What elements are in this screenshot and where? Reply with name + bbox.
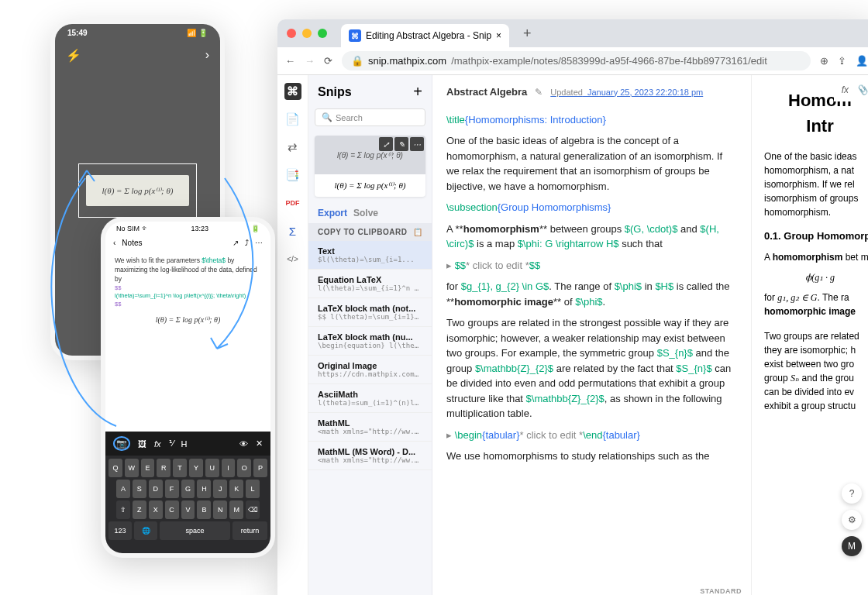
attach-toolbar-icon[interactable]: 📎 xyxy=(856,84,868,95)
fx-icon[interactable]: fx xyxy=(154,439,161,449)
snip-expand-icon[interactable]: ⤢ xyxy=(379,137,393,151)
nav-forward-icon[interactable]: → xyxy=(305,55,315,67)
key-p[interactable]: P xyxy=(253,459,267,477)
close-icon[interactable]: ✕ xyxy=(256,439,263,449)
key-u[interactable]: U xyxy=(205,459,219,477)
copy-item[interactable]: LaTeX block math (not...$$ l(\theta)=\su… xyxy=(308,298,432,327)
sidebar-flow-icon[interactable]: ⇄ xyxy=(284,139,301,156)
copy-item[interactable]: LaTeX block math (nu...\begin{equation} … xyxy=(308,327,432,356)
key-d[interactable]: D xyxy=(149,480,163,498)
src-click-edit-1[interactable]: ▸ $$* click to edit *$$ xyxy=(446,258,737,273)
browser-tab[interactable]: ⌘ Editing Abstract Algebra - Snip × xyxy=(341,24,509,47)
reload-icon[interactable]: ⟳ xyxy=(324,55,332,67)
lock-icon: 🔒 xyxy=(351,55,363,67)
camera-icon[interactable]: 📷 xyxy=(113,436,130,451)
key-v[interactable]: V xyxy=(181,500,195,519)
tab-close-icon[interactable]: × xyxy=(496,30,501,41)
profile-icon[interactable]: 👤 xyxy=(856,55,868,67)
key-a[interactable]: A xyxy=(116,480,130,498)
keyboard[interactable]: QWERTYUIOP ASDFGHJKL ⇧ZXCVBNM⌫ 123🌐space… xyxy=(105,456,270,553)
share-icon[interactable]: ↗ xyxy=(232,239,239,247)
eye-icon[interactable]: 👁 xyxy=(239,439,248,449)
key-y[interactable]: Y xyxy=(189,459,203,477)
forward-icon[interactable]: › xyxy=(205,48,209,63)
sidebar-page-icon[interactable]: 📑 xyxy=(284,167,301,184)
copy-item[interactable]: Original Imagehttps://cdn.mathpix.com/s.… xyxy=(308,356,432,384)
sidebar-pdf-icon[interactable]: PDF xyxy=(284,194,301,212)
key-n[interactable]: N xyxy=(213,500,227,519)
settings-button[interactable]: ⚙ xyxy=(842,510,862,530)
snip-preview-card[interactable]: l(θ) = Σ log p(x⁽ⁱ⁾; θ) ⤢ ✎ ⋯ l(θ) = Σ l… xyxy=(315,136,425,197)
solve-tab[interactable]: Solve xyxy=(353,208,378,218)
traffic-light-close[interactable] xyxy=(287,29,296,38)
phone2-editor-body[interactable]: We wish to fit the parameters $\theta$ b… xyxy=(105,250,270,338)
app-logo-icon[interactable]: ⌘ xyxy=(284,83,301,100)
copy-item[interactable]: Equation LaTeXl(\theta)=\sum_{i=1}^n \lo… xyxy=(308,270,432,298)
share-icon[interactable]: ⇪ xyxy=(838,55,846,67)
snip-edit-icon[interactable]: ✎ xyxy=(394,137,408,151)
copy-item[interactable]: Text$l(\theta)=\sum_{i=1... xyxy=(308,241,432,270)
export-tab[interactable]: Export xyxy=(318,208,347,218)
copy-item[interactable]: MathML<math xmlns="http://ww... xyxy=(308,413,432,442)
key-⇧[interactable]: ⇧ xyxy=(116,500,130,519)
key-w[interactable]: W xyxy=(125,459,139,477)
key-k[interactable]: K xyxy=(229,480,243,498)
url-field[interactable]: 🔒 snip.mathpix.com/mathpix-example/notes… xyxy=(342,51,811,71)
key-row-1: QWERTYUIOP xyxy=(108,459,267,477)
floating-actions: ? ⚙ M xyxy=(842,483,862,556)
key-🌐[interactable]: 🌐 xyxy=(134,521,157,540)
fraction-icon[interactable]: ⅟ xyxy=(169,439,174,449)
key-h[interactable]: H xyxy=(197,480,211,498)
key-i[interactable]: I xyxy=(222,459,236,477)
help-button[interactable]: ? xyxy=(842,483,862,504)
src-click-edit-2[interactable]: ▸ \begin{tabular}* click to edit *\end{t… xyxy=(446,428,737,443)
key-x[interactable]: X xyxy=(149,500,163,519)
key-b[interactable]: B xyxy=(197,500,211,519)
key-t[interactable]: T xyxy=(173,459,187,477)
sidebar-doc-icon[interactable]: 📄 xyxy=(284,111,301,128)
upload-icon[interactable]: ⤴ xyxy=(245,239,249,247)
key-r[interactable]: R xyxy=(157,459,170,477)
key-q[interactable]: Q xyxy=(108,459,122,477)
heading-icon[interactable]: H xyxy=(181,439,188,449)
traffic-light-minimize[interactable] xyxy=(302,29,312,38)
snip-rendered-preview: l(θ) = Σ log p(x⁽ⁱ⁾; θ) xyxy=(315,174,425,197)
nav-back-icon[interactable]: ← xyxy=(285,55,295,67)
copy-item[interactable]: AsciiMathl(theta)=sum_(i=1)^(n)log ... xyxy=(308,384,432,413)
key-c[interactable]: C xyxy=(165,500,179,519)
key-f[interactable]: F xyxy=(165,480,179,498)
add-snip-icon[interactable]: + xyxy=(413,83,422,101)
more-icon[interactable]: ⋯ xyxy=(255,239,263,247)
key-e[interactable]: E xyxy=(141,459,155,477)
m-button[interactable]: M xyxy=(842,536,862,556)
left-icon-bar: ⌘ 📄 ⇄ 📑 PDF Σ </> xyxy=(277,75,308,595)
flash-icon[interactable]: ⚡ xyxy=(66,48,81,63)
doc-updated[interactable]: Updated January 25, 2023 22:20:18 pm xyxy=(550,86,703,99)
new-tab-button[interactable]: + xyxy=(523,26,532,42)
copy-item[interactable]: MathML (MS Word) - D...<math xmlns="http… xyxy=(308,442,432,470)
edit-title-icon[interactable]: ✎ xyxy=(535,85,542,99)
traffic-light-zoom[interactable] xyxy=(318,29,327,38)
key-g[interactable]: G xyxy=(181,480,195,498)
key-s[interactable]: S xyxy=(133,480,146,498)
source-pane[interactable]: Abstract Algebra ✎ Updated January 25, 2… xyxy=(432,75,752,595)
fx-toolbar-icon[interactable]: fx xyxy=(842,84,849,95)
key-123[interactable]: 123 xyxy=(108,521,132,540)
key-return[interactable]: return xyxy=(232,521,267,540)
snip-more-icon[interactable]: ⋯ xyxy=(410,137,424,151)
key-l[interactable]: L xyxy=(246,480,260,498)
copy-all-icon[interactable]: 📋 xyxy=(413,228,423,236)
key-o[interactable]: O xyxy=(237,459,251,477)
image-icon[interactable]: 🖼 xyxy=(138,439,146,449)
key-m[interactable]: M xyxy=(229,500,243,519)
phone2-navbar: ‹ Notes ↗ ⤴ ⋯ xyxy=(105,236,270,250)
sidebar-sigma-icon[interactable]: Σ xyxy=(284,222,301,239)
key-⌫[interactable]: ⌫ xyxy=(246,500,260,519)
search-icon[interactable]: ⊕ xyxy=(820,55,828,67)
key-j[interactable]: J xyxy=(213,480,227,498)
key-z[interactable]: Z xyxy=(133,500,146,519)
sidebar-code-icon[interactable]: </> xyxy=(284,250,301,267)
snips-search[interactable]: 🔍 Search xyxy=(315,108,425,126)
key-space[interactable]: space xyxy=(160,521,229,540)
back-button[interactable]: ‹ xyxy=(113,239,115,247)
